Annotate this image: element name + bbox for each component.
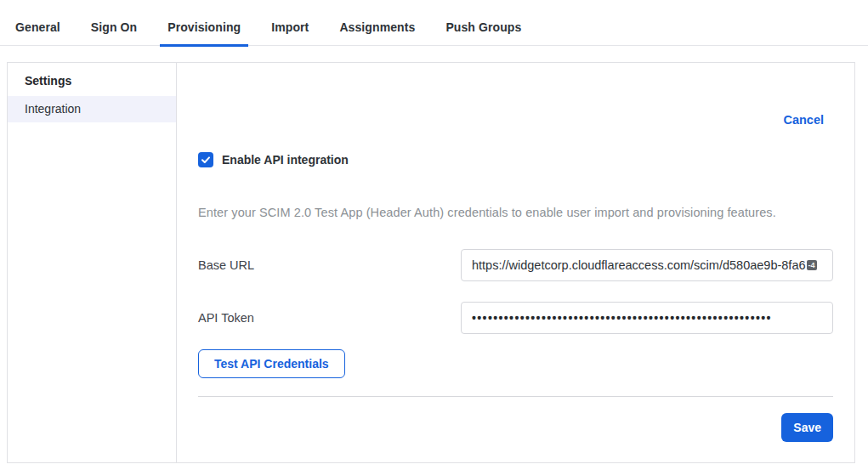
test-api-credentials-button[interactable]: Test API Credentials <box>198 349 345 378</box>
tab-push-groups[interactable]: Push Groups <box>438 9 529 47</box>
api-token-input[interactable]: ••••••••••••••••••••••••••••••••••••••••… <box>461 302 833 334</box>
tab-import[interactable]: Import <box>264 9 316 47</box>
tab-general[interactable]: General <box>8 9 68 47</box>
sidebar-item-integration[interactable]: Integration <box>8 96 176 122</box>
footer-divider <box>198 396 833 397</box>
test-credentials-row: Test API Credentials <box>198 349 833 378</box>
sidebar-heading: Settings <box>8 63 176 96</box>
cancel-button[interactable]: Cancel <box>783 113 824 127</box>
text-cursor-selection: -4 <box>807 260 817 270</box>
api-token-masked-value: ••••••••••••••••••••••••••••••••••••••••… <box>472 311 772 325</box>
enable-api-checkbox[interactable] <box>198 152 213 167</box>
cancel-row: Cancel <box>198 112 833 127</box>
save-button[interactable]: Save <box>781 413 833 442</box>
base-url-input[interactable]: https://widgetcorp.cloudflareaccess.com/… <box>461 249 833 281</box>
base-url-label: Base URL <box>198 258 461 272</box>
settings-sidebar: Settings Integration <box>8 63 177 462</box>
provisioning-panel: Settings Integration Cancel Enable API i… <box>7 62 855 463</box>
checkmark-icon <box>201 155 211 165</box>
app-tab-bar: General Sign On Provisioning Import Assi… <box>0 0 868 46</box>
base-url-value: https://widgetcorp.cloudflareaccess.com/… <box>472 258 806 272</box>
tab-sign-on[interactable]: Sign On <box>83 9 145 47</box>
api-token-label: API Token <box>198 311 461 325</box>
tab-assignments[interactable]: Assignments <box>332 9 423 47</box>
api-token-row: API Token ••••••••••••••••••••••••••••••… <box>198 302 833 334</box>
base-url-row: Base URL https://widgetcorp.cloudflareac… <box>198 249 833 281</box>
integration-form: Cancel Enable API integration Enter your… <box>177 63 854 462</box>
enable-api-label: Enable API integration <box>222 153 349 167</box>
credentials-description: Enter your SCIM 2.0 Test App (Header Aut… <box>198 206 833 219</box>
tab-provisioning[interactable]: Provisioning <box>160 9 248 47</box>
save-row: Save <box>198 413 833 442</box>
enable-api-row: Enable API integration <box>198 152 833 167</box>
